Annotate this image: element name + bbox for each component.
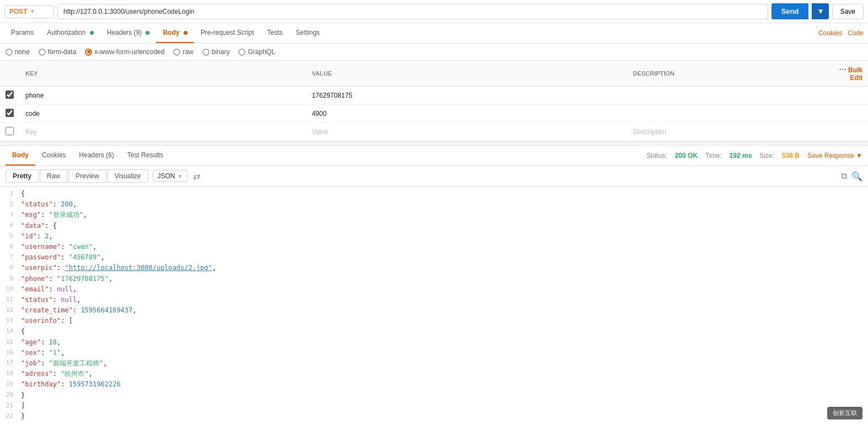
tab-headers[interactable]: Headers (9) <box>100 23 157 43</box>
row1-value-cell: 17629708175 <box>306 87 627 105</box>
line-number: 1 <box>0 189 21 199</box>
line-content: "msg": "登录成功", <box>21 210 87 220</box>
copy-icon[interactable]: ⧉ <box>841 171 847 181</box>
radio-raw[interactable]: raw <box>173 48 193 56</box>
row2-actions-cell <box>824 105 868 123</box>
time-value: 192 ms <box>730 152 752 160</box>
json-line: 5 "id": 2, <box>0 231 868 242</box>
table-row: code 4900 <box>0 105 868 123</box>
resp-tab-cookies[interactable]: Cookies <box>35 146 72 166</box>
fmt-preview[interactable]: Preview <box>68 169 106 183</box>
time-label: Time: <box>705 152 722 160</box>
fmt-pretty[interactable]: Pretty <box>6 169 39 183</box>
line-number: 8 <box>0 263 21 273</box>
method-chevron: ▼ <box>30 8 35 14</box>
save-button[interactable]: Save <box>832 4 864 19</box>
tab-authorization[interactable]: Authorization <box>40 23 100 43</box>
request-tabs-right: Cookies Code <box>818 29 864 37</box>
radio-graphql[interactable]: GraphQL <box>238 48 275 56</box>
json-line: 6 "username": "cwen", <box>0 242 868 252</box>
tab-tests[interactable]: Tests <box>260 23 289 43</box>
line-content: "status": null, <box>21 295 81 305</box>
json-line: 12 "create_time": 1595664169437, <box>0 305 868 316</box>
line-content: "userpic": "http://localhost:3000/upload… <box>21 263 216 273</box>
table-row-placeholder: Key Value Description <box>0 123 868 141</box>
radio-dot-raw <box>173 49 180 56</box>
row1-key-cell: phone <box>20 87 306 105</box>
wrap-icon[interactable]: ⇄ <box>193 171 200 182</box>
tab-pre-request[interactable]: Pre-request Script <box>194 23 261 43</box>
radio-dot-none <box>6 49 13 56</box>
authorization-dot <box>90 31 94 35</box>
watermark: 创新互联 <box>827 407 862 419</box>
json-line: 9 "phone": "17629708175", <box>0 274 868 284</box>
line-number: 15 <box>0 337 21 348</box>
json-line: 3 "msg": "登录成功", <box>0 210 868 220</box>
params-table: KEY VALUE DESCRIPTION ⋯ Bulk Edit phone … <box>0 60 868 141</box>
line-content: "create_time": 1595664169437, <box>21 305 137 316</box>
send-dropdown-button[interactable]: ▼ <box>812 3 828 19</box>
line-number: 9 <box>0 274 21 284</box>
table-row: phone 17629708175 <box>0 87 868 105</box>
body-dot <box>184 31 187 35</box>
save-response-button[interactable]: Save Response ▼ <box>807 152 862 160</box>
row3-key-placeholder: Key <box>25 128 37 136</box>
tab-params[interactable]: Params <box>4 23 40 43</box>
response-tabs: Body Cookies Headers (6) Test Results St… <box>0 146 868 166</box>
bulk-edit-button[interactable]: Bulk Edit <box>848 66 862 82</box>
json-line: 19 "birthday": 1595731962226 <box>0 379 868 390</box>
row1-checkbox[interactable] <box>6 91 14 99</box>
fmt-visualize[interactable]: Visualize <box>108 169 148 183</box>
line-content: "job": "前端开发工程师", <box>21 358 107 369</box>
radio-none[interactable]: none <box>6 48 30 56</box>
tab-settings[interactable]: Settings <box>290 23 326 43</box>
line-number: 11 <box>0 295 21 305</box>
row2-value-cell: 4900 <box>306 105 627 123</box>
fmt-raw[interactable]: Raw <box>40 169 67 183</box>
line-content: "age": 18, <box>21 337 61 348</box>
json-format-selector[interactable]: JSON ▼ <box>153 170 188 182</box>
line-content: { <box>21 326 25 337</box>
method-select[interactable]: POST ▼ <box>4 5 54 18</box>
row2-key: code <box>25 110 40 118</box>
row2-checkbox[interactable] <box>6 109 14 117</box>
json-line: 2 "status": 200, <box>0 199 868 210</box>
radio-form-data[interactable]: form-data <box>39 48 76 56</box>
search-icon[interactable]: 🔍 <box>851 171 862 182</box>
line-number: 10 <box>0 284 21 295</box>
row3-check-cell <box>0 123 20 141</box>
line-content: "userinfo": [ <box>21 316 73 326</box>
code-link[interactable]: Code <box>848 29 864 37</box>
line-number: 22 <box>0 411 21 422</box>
send-button[interactable]: Send <box>771 3 809 19</box>
cookies-link[interactable]: Cookies <box>818 29 842 37</box>
radio-binary[interactable]: binary <box>202 48 230 56</box>
json-format-label: JSON <box>158 172 175 180</box>
section-divider <box>0 141 868 146</box>
status-label: Status: <box>646 152 667 160</box>
resp-tab-headers[interactable]: Headers (6) <box>72 146 120 166</box>
radio-urlencoded[interactable]: x-www-form-urlencoded <box>85 48 164 56</box>
url-input[interactable] <box>57 4 768 19</box>
line-number: 21 <box>0 401 21 411</box>
line-content: "adress": "杭州市", <box>21 369 93 379</box>
line-content: "username": "cwen", <box>21 242 97 252</box>
json-line: 22 } <box>0 411 868 422</box>
headers-dot <box>146 31 149 35</box>
json-line: 20 } <box>0 390 868 401</box>
tab-body[interactable]: Body <box>156 23 194 43</box>
more-icon[interactable]: ⋯ <box>839 65 846 74</box>
row3-desc-placeholder: Description <box>633 128 666 136</box>
row3-checkbox[interactable] <box>6 127 14 135</box>
row3-key-cell: Key <box>20 123 306 141</box>
radio-dot-binary <box>202 49 210 56</box>
json-line: 10 "email": null, <box>0 284 868 295</box>
row3-value-cell: Value <box>306 123 627 141</box>
col-header-value: VALUE <box>306 61 627 87</box>
line-content: } <box>21 411 25 422</box>
line-number: 18 <box>0 369 21 379</box>
resp-tab-body[interactable]: Body <box>6 146 35 166</box>
line-number: 20 <box>0 390 21 401</box>
resp-tab-test-results[interactable]: Test Results <box>121 146 170 166</box>
json-line: 15 "age": 18, <box>0 337 868 348</box>
